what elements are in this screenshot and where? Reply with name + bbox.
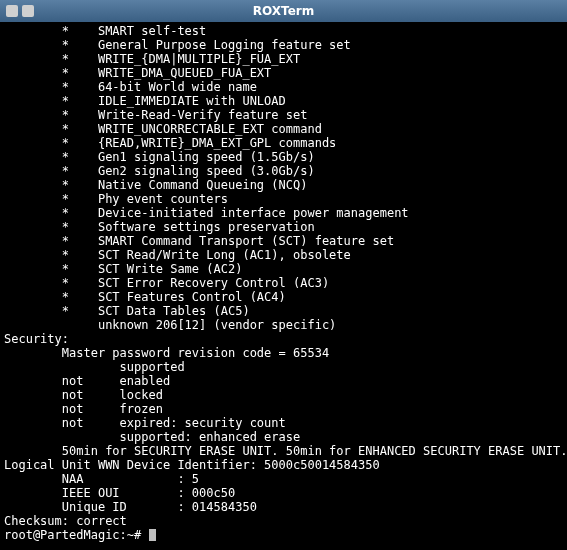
terminal-line: IEEE OUI : 000c50 <box>4 486 563 500</box>
terminal-line: Unique ID : 014584350 <box>4 500 563 514</box>
terminal-line: NAA : 5 <box>4 472 563 486</box>
terminal-line: not enabled <box>4 374 563 388</box>
shell-prompt: root@PartedMagic:~# <box>4 528 149 542</box>
window-control-1[interactable] <box>6 5 18 17</box>
terminal-line: 50min for SECURITY ERASE UNIT. 50min for… <box>4 444 563 458</box>
terminal-line: * WRITE_UNCORRECTABLE_EXT command <box>4 122 563 136</box>
terminal-line: supported: enhanced erase <box>4 430 563 444</box>
terminal-line: not locked <box>4 388 563 402</box>
cursor <box>149 529 156 541</box>
terminal-line: Security: <box>4 332 563 346</box>
terminal-line: Logical Unit WWN Device Identifier: 5000… <box>4 458 563 472</box>
terminal-line: * SCT Read/Write Long (AC1), obsolete <box>4 248 563 262</box>
window-title: ROXTerm <box>253 4 314 18</box>
terminal-line: * SMART self-test <box>4 24 563 38</box>
terminal-line: * SMART Command Transport (SCT) feature … <box>4 234 563 248</box>
terminal-line: * 64-bit World wide name <box>4 80 563 94</box>
terminal-line: Checksum: correct <box>4 514 563 528</box>
terminal-line: * IDLE_IMMEDIATE with UNLOAD <box>4 94 563 108</box>
window-controls[interactable] <box>6 5 34 17</box>
terminal-line: * WRITE_DMA_QUEUED_FUA_EXT <box>4 66 563 80</box>
terminal-line: supported <box>4 360 563 374</box>
terminal-line: not frozen <box>4 402 563 416</box>
terminal-line: * {READ,WRITE}_DMA_EXT_GPL commands <box>4 136 563 150</box>
terminal-line: * Phy event counters <box>4 192 563 206</box>
terminal-line: * Gen2 signaling speed (3.0Gb/s) <box>4 164 563 178</box>
terminal-line: not expired: security count <box>4 416 563 430</box>
terminal-line: * SCT Features Control (AC4) <box>4 290 563 304</box>
terminal-line: * WRITE_{DMA|MULTIPLE}_FUA_EXT <box>4 52 563 66</box>
terminal-line: * General Purpose Logging feature set <box>4 38 563 52</box>
terminal-line: * SCT Write Same (AC2) <box>4 262 563 276</box>
window-control-2[interactable] <box>22 5 34 17</box>
terminal-line: * Device-initiated interface power manag… <box>4 206 563 220</box>
terminal-line: Master password revision code = 65534 <box>4 346 563 360</box>
terminal-line: * Native Command Queueing (NCQ) <box>4 178 563 192</box>
terminal-line: * SCT Error Recovery Control (AC3) <box>4 276 563 290</box>
terminal-line: * Gen1 signaling speed (1.5Gb/s) <box>4 150 563 164</box>
terminal-line: * Software settings preservation <box>4 220 563 234</box>
terminal-line: unknown 206[12] (vendor specific) <box>4 318 563 332</box>
terminal-line: * Write-Read-Verify feature set <box>4 108 563 122</box>
window-titlebar: ROXTerm <box>0 0 567 22</box>
terminal-prompt-line[interactable]: root@PartedMagic:~# <box>4 528 563 542</box>
terminal-line: * SCT Data Tables (AC5) <box>4 304 563 318</box>
terminal-output[interactable]: * SMART self-test * General Purpose Logg… <box>0 22 567 544</box>
